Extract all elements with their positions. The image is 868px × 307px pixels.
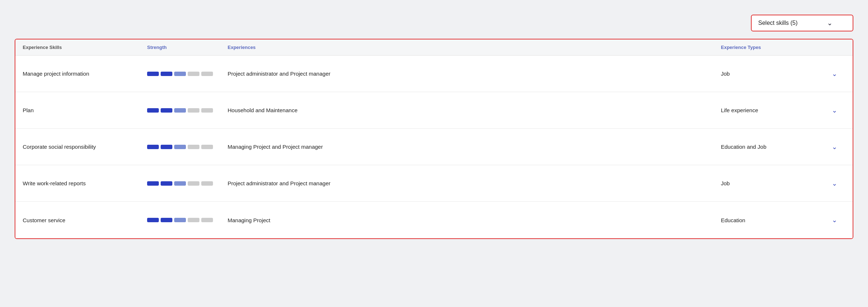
experience-type-text: Job	[721, 71, 823, 77]
select-skills-dropdown[interactable]: Select skills (5) ⌄	[751, 15, 853, 31]
strength-bar	[174, 72, 186, 76]
table-header: Experience Skills Strength Experiences E…	[15, 39, 853, 56]
strength-bar	[188, 181, 199, 186]
skills-table: Experience Skills Strength Experiences E…	[15, 39, 853, 239]
strength-bar	[201, 218, 213, 222]
table-row: PlanHousehold and MaintenanceLife experi…	[15, 92, 853, 129]
strength-bar	[174, 145, 186, 149]
strength-bar	[188, 108, 199, 113]
strength-bar	[147, 108, 159, 113]
experiences-text: Household and Maintenance	[228, 107, 721, 113]
header-strength: Strength	[147, 45, 228, 50]
strength-bar	[147, 181, 159, 186]
expand-row-button[interactable]: ⌄	[823, 216, 845, 224]
strength-bar	[188, 72, 199, 76]
strength-bar	[201, 72, 213, 76]
strength-bar	[174, 108, 186, 113]
table-row: Corporate social responsibilityManaging …	[15, 129, 853, 165]
header-experiences: Experiences	[228, 45, 721, 50]
experience-type-text: Job	[721, 180, 823, 186]
experiences-text: Project administrator and Project manage…	[228, 180, 721, 186]
header-experience-skills: Experience Skills	[23, 45, 147, 50]
chevron-down-icon: ⌄	[827, 19, 833, 27]
strength-bars	[147, 145, 228, 149]
table-body: Manage project informationProject admini…	[15, 56, 853, 238]
strength-bars	[147, 108, 228, 113]
skill-name: Customer service	[23, 210, 147, 231]
table-row: Manage project informationProject admini…	[15, 56, 853, 92]
strength-bar	[188, 145, 199, 149]
table-row: Write work-related reportsProject admini…	[15, 165, 853, 202]
header-experience-types: Experience Types	[721, 45, 823, 50]
strength-bars	[147, 181, 228, 186]
expand-row-button[interactable]: ⌄	[823, 179, 845, 187]
strength-bar	[161, 181, 172, 186]
strength-bar	[188, 218, 199, 222]
strength-bar	[174, 218, 186, 222]
strength-bar	[201, 145, 213, 149]
skill-name: Corporate social responsibility	[23, 136, 147, 157]
strength-bar	[174, 181, 186, 186]
experiences-text: Project administrator and Project manage…	[228, 71, 721, 77]
strength-bar	[161, 108, 172, 113]
strength-bar	[147, 72, 159, 76]
experiences-text: Managing Project and Project manager	[228, 144, 721, 150]
strength-bar	[201, 181, 213, 186]
expand-row-button[interactable]: ⌄	[823, 143, 845, 151]
experience-type-text: Life experience	[721, 107, 823, 113]
experience-type-text: Education and Job	[721, 144, 823, 150]
strength-bar	[201, 108, 213, 113]
strength-bar	[147, 145, 159, 149]
expand-row-button[interactable]: ⌄	[823, 106, 845, 114]
strength-bar	[161, 218, 172, 222]
skill-name: Write work-related reports	[23, 173, 147, 194]
strength-bars	[147, 218, 228, 222]
strength-bar	[161, 72, 172, 76]
expand-row-button[interactable]: ⌄	[823, 70, 845, 78]
strength-bar	[147, 218, 159, 222]
skill-name: Plan	[23, 100, 147, 121]
header-action	[823, 45, 845, 50]
select-skills-label: Select skills (5)	[758, 20, 798, 26]
experience-type-text: Education	[721, 217, 823, 223]
strength-bars	[147, 72, 228, 76]
strength-bar	[161, 145, 172, 149]
skill-name: Manage project information	[23, 63, 147, 84]
table-row: Customer serviceManaging ProjectEducatio…	[15, 202, 853, 238]
experiences-text: Managing Project	[228, 217, 721, 223]
